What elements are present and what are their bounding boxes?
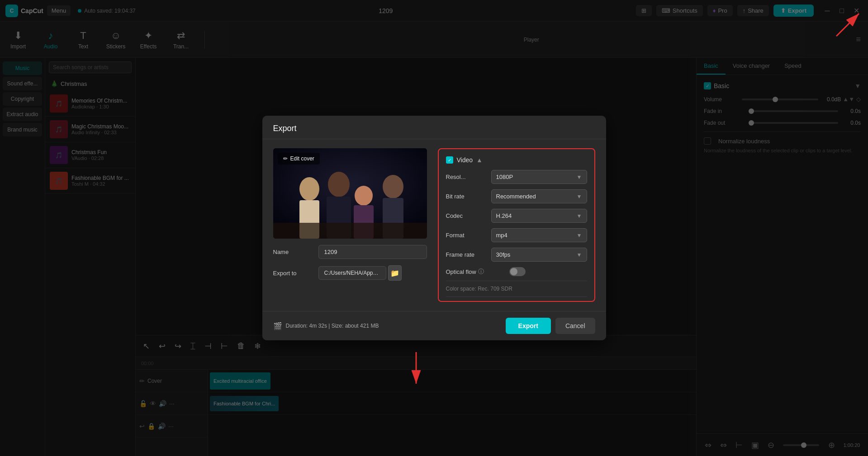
codec-value: H.264 [496, 212, 512, 219]
export-dialog-overlay: Export [0, 0, 868, 456]
audio-divider [446, 296, 587, 297]
bitrate-chevron-icon: ▼ [577, 193, 582, 200]
svg-point-3 [328, 172, 350, 197]
framerate-select[interactable]: 30fps ▼ [491, 248, 587, 262]
optical-flow-toggle[interactable] [509, 267, 526, 276]
svg-point-5 [355, 186, 373, 206]
resolution-chevron-icon: ▼ [577, 174, 582, 180]
svg-rect-9 [273, 223, 427, 239]
optical-flow-label: Optical flow ⓘ [446, 268, 509, 276]
edit-icon: ✏ [283, 155, 288, 162]
export-path-row: C:/Users/NEHA/AppD... 📁 [318, 265, 403, 281]
bitrate-row: Bit rate Recommended ▼ [446, 189, 587, 203]
svg-point-7 [383, 175, 403, 198]
video-collapse-icon[interactable]: ▲ [476, 156, 483, 164]
name-value [318, 245, 427, 259]
resolution-label: Resol... [446, 174, 491, 180]
codec-row: Codec H.264 ▼ [446, 209, 587, 223]
framerate-row: Frame rate 30fps ▼ [446, 248, 587, 262]
codec-select[interactable]: H.264 ▼ [491, 209, 587, 223]
duration-text: Duration: 4m 32s | Size: about 421 MB [286, 323, 379, 329]
dialog-preview: ✏ Edit cover Name Export to C:/Users/NEH… [273, 148, 427, 302]
bitrate-label: Bit rate [446, 193, 491, 200]
audio-check[interactable]: ✓ [446, 301, 453, 302]
dialog-footer: 🎬 Duration: 4m 32s | Size: about 421 MB … [262, 311, 606, 340]
optical-flow-row: Optical flow ⓘ [446, 267, 587, 276]
export-action-button[interactable]: Export [506, 318, 551, 334]
resolution-select[interactable]: 1080P ▼ [491, 170, 587, 184]
framerate-label: Frame rate [446, 251, 491, 258]
color-space-note: Color space: Rec. 709 SDR [446, 286, 587, 292]
export-to-row: Export to C:/Users/NEHA/AppD... 📁 [273, 265, 427, 281]
dialog-title: Export [262, 116, 606, 139]
framerate-value: 30fps [496, 251, 511, 258]
toggle-knob [510, 268, 517, 275]
duration-info: 🎬 Duration: 4m 32s | Size: about 421 MB [273, 322, 379, 330]
dialog-divider [446, 281, 587, 281]
format-select[interactable]: mp4 ▼ [491, 228, 587, 242]
optical-flow-info-icon[interactable]: ⓘ [478, 268, 484, 276]
audio-collapse-icon[interactable]: ▲ [476, 301, 483, 302]
dialog-settings: ✓ Video ▲ Resol... 1080P ▼ Bit rate [438, 148, 595, 302]
format-row: Format mp4 ▼ [446, 228, 587, 242]
resolution-row: Resol... 1080P ▼ [446, 170, 587, 184]
name-input[interactable] [318, 245, 427, 259]
codec-chevron-icon: ▼ [577, 213, 582, 219]
video-settings-box: ✓ Video ▲ Resol... 1080P ▼ Bit rate [438, 148, 595, 302]
format-label: Format [446, 232, 491, 239]
export-dialog: Export [262, 116, 606, 340]
bitrate-value: Recommended [496, 193, 536, 200]
film-icon: 🎬 [273, 322, 282, 330]
preview-box: ✏ Edit cover [273, 148, 427, 239]
footer-buttons: Export Cancel [506, 318, 595, 334]
export-path: C:/Users/NEHA/AppD... [318, 266, 387, 280]
audio-label: Audio [457, 301, 473, 302]
framerate-chevron-icon: ▼ [577, 252, 582, 258]
video-label: Video [457, 156, 473, 164]
bitrate-select[interactable]: Recommended ▼ [491, 189, 587, 203]
audio-section-header: ✓ Audio ▲ [446, 301, 587, 302]
cancel-button[interactable]: Cancel [555, 318, 595, 334]
svg-point-1 [299, 177, 319, 201]
dialog-body: ✏ Edit cover Name Export to C:/Users/NEH… [262, 139, 606, 311]
codec-label: Codec [446, 212, 491, 219]
video-section-header: ✓ Video ▲ [446, 156, 587, 164]
video-check[interactable]: ✓ [446, 156, 453, 164]
name-label: Name [273, 249, 318, 255]
resolution-value: 1080P [496, 174, 513, 180]
export-to-label: Export to [273, 270, 318, 277]
edit-cover-button[interactable]: ✏ Edit cover [278, 153, 320, 165]
format-value: mp4 [496, 232, 508, 239]
format-chevron-icon: ▼ [577, 232, 582, 239]
folder-browse-button[interactable]: 📁 [388, 265, 402, 281]
name-row: Name [273, 245, 427, 259]
